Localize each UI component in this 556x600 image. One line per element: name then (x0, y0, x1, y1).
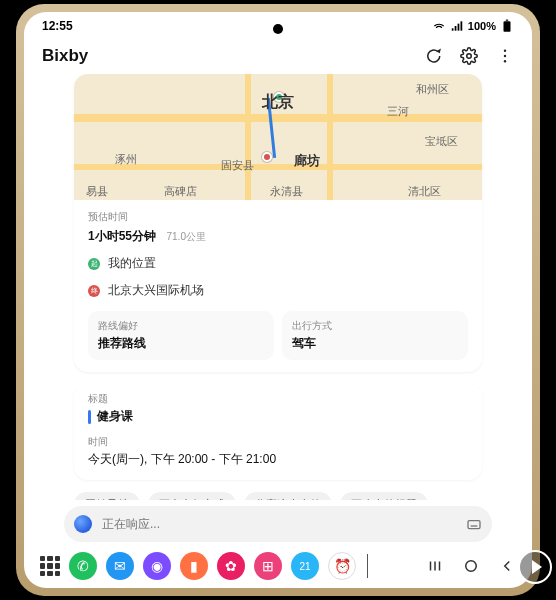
route-preference[interactable]: 路线偏好 推荐路线 (88, 311, 274, 360)
svg-rect-0 (452, 28, 454, 30)
chip-more-modes[interactable]: 更多出行方式 (148, 492, 236, 500)
map-city-label: 和州区 (416, 82, 449, 97)
origin-text: 我的位置 (108, 255, 156, 272)
input-bar (64, 506, 492, 542)
app-browser[interactable]: ◉ (143, 552, 171, 580)
svg-rect-3 (460, 21, 462, 30)
play-button[interactable] (518, 550, 552, 584)
svg-point-14 (466, 561, 477, 572)
keyboard-icon[interactable] (466, 516, 482, 532)
recents-button[interactable] (426, 557, 444, 575)
apps-grid-icon[interactable] (40, 556, 60, 576)
map-city-label: 高碑店 (164, 184, 197, 199)
status-time: 12:55 (42, 19, 73, 33)
status-indicators: 100% (432, 19, 514, 33)
app-messages[interactable]: ✉ (106, 552, 134, 580)
eta-label: 预估时间 (88, 210, 468, 224)
signal-icon (450, 19, 464, 33)
travel-mode[interactable]: 出行方式 驾车 (282, 311, 468, 360)
map-city-label: 固安县 (221, 158, 254, 173)
chat-icon[interactable] (424, 47, 442, 65)
svg-point-7 (504, 50, 506, 52)
battery-icon (500, 19, 514, 33)
route-preference-value: 推荐路线 (98, 335, 264, 352)
map-city-label: 易县 (86, 184, 108, 199)
origin-icon: 起 (88, 258, 100, 270)
chip-start-nav[interactable]: 开始导航 (74, 492, 140, 500)
svg-point-9 (504, 60, 506, 62)
separator (367, 554, 368, 578)
event-time-label: 时间 (88, 435, 468, 449)
app-clock[interactable]: ⏰ (328, 552, 356, 580)
map-city-label: 涿州 (115, 152, 137, 167)
destination-icon: 终 (88, 285, 100, 297)
bixby-orb-icon[interactable] (74, 515, 92, 533)
suggestion-chips: 开始导航 更多出行方式 分享这个事件 更改事件标题 (74, 492, 482, 500)
app-notes[interactable]: ▮ (180, 552, 208, 580)
svg-rect-2 (457, 24, 459, 31)
app-phone[interactable]: ✆ (69, 552, 97, 580)
route-preference-label: 路线偏好 (98, 319, 264, 333)
svg-rect-1 (455, 26, 457, 31)
event-title-label: 标题 (88, 392, 468, 406)
map-city-beijing: 北京 (262, 92, 294, 113)
wifi-icon (432, 19, 446, 33)
app-title: Bixby (42, 46, 88, 66)
front-camera (273, 24, 283, 34)
svg-rect-10 (468, 521, 480, 529)
map-city-label: 永清县 (270, 184, 303, 199)
app-header: Bixby (24, 40, 532, 74)
destination-text: 北京大兴国际机场 (108, 282, 204, 299)
eta-value: 1小时55分钟 (88, 229, 156, 243)
map-city-label: 清北区 (408, 184, 441, 199)
map-city-label: 三河 (387, 104, 409, 119)
svg-rect-4 (504, 21, 511, 31)
app-gallery[interactable]: ✿ (217, 552, 245, 580)
app-calendar[interactable]: 21 (291, 552, 319, 580)
origin-row: 起 我的位置 (88, 255, 468, 272)
event-card: 标题 健身课 时间 今天(周一), 下午 20:00 - 下午 21:00 (74, 384, 482, 480)
svg-rect-5 (506, 20, 508, 21)
event-title-value: 健身课 (97, 408, 133, 425)
voice-input[interactable] (102, 517, 456, 531)
travel-mode-label: 出行方式 (292, 319, 458, 333)
travel-mode-value: 驾车 (292, 335, 458, 352)
app-store[interactable]: ⊞ (254, 552, 282, 580)
home-button[interactable] (462, 557, 480, 575)
chip-share-event[interactable]: 分享这个事件 (244, 492, 332, 500)
more-icon[interactable] (496, 47, 514, 65)
svg-point-8 (504, 55, 506, 57)
bottom-bar: ✆✉◉▮✿⊞21⏰ (24, 548, 532, 588)
settings-icon[interactable] (460, 47, 478, 65)
svg-point-6 (467, 54, 472, 59)
chip-change-title[interactable]: 更改事件标题 (340, 492, 428, 500)
destination-row: 终 北京大兴国际机场 (88, 282, 468, 299)
main-content[interactable]: 北京 和州区 三河 涿州 固安县 廊坊 宝坻区 易县 高碑店 永清县 清北区 预… (24, 74, 532, 500)
map-preview[interactable]: 北京 和州区 三河 涿州 固安县 廊坊 宝坻区 易县 高碑店 永清县 清北区 (74, 74, 482, 200)
battery-percent: 100% (468, 20, 496, 32)
event-time-value: 今天(周一), 下午 20:00 - 下午 21:00 (88, 451, 468, 468)
distance-value: 71.0公里 (166, 231, 205, 242)
map-city-label: 廊坊 (294, 152, 320, 170)
destination-marker-icon (262, 152, 272, 162)
route-card: 北京 和州区 三河 涿州 固安县 廊坊 宝坻区 易县 高碑店 永清县 清北区 预… (74, 74, 482, 372)
back-button[interactable] (498, 557, 516, 575)
accent-bar (88, 410, 91, 424)
map-city-label: 宝坻区 (425, 134, 458, 149)
